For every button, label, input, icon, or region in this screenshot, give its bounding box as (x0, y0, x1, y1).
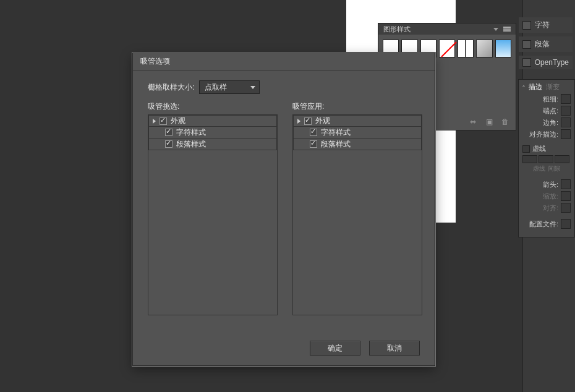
raster-sample-dropdown[interactable]: 点取样 (199, 80, 260, 94)
dash-input[interactable] (522, 155, 537, 163)
ok-button[interactable]: 确定 (310, 341, 360, 356)
stroke-align-label: 对齐描边: (522, 130, 558, 139)
checkbox[interactable] (165, 140, 172, 148)
alignarrow-select[interactable] (561, 203, 571, 213)
checkbox[interactable] (310, 140, 317, 148)
paragraph-icon (522, 40, 531, 49)
style-swatch[interactable] (495, 40, 511, 58)
picks-title: 吸管挑选: (148, 101, 278, 112)
scale-input[interactable] (561, 191, 571, 201)
tree-label: 段落样式 (176, 139, 206, 150)
right-dock: 字符 段落 OpenType ◦ 描边 渐变 粗细: 端点: 边角: 对齐描边:… (522, 0, 575, 392)
panel-collapse-icon[interactable] (493, 28, 498, 31)
expand-arrow-icon[interactable] (297, 119, 300, 124)
eyedropper-options-dialog: 吸管选项 栅格取样大小: 点取样 吸管挑选: 外观 (132, 53, 435, 366)
tree-row[interactable]: 外观 (293, 115, 422, 127)
checkbox[interactable] (165, 129, 172, 136)
new-style-icon[interactable]: ▣ (485, 117, 493, 126)
stroke-corner-label: 边角: (522, 118, 558, 127)
dash-input[interactable] (539, 155, 553, 163)
panel-label: 字符 (535, 20, 550, 30)
stroke-weight-label: 粗细: (522, 95, 558, 104)
collapsed-panel-opentype[interactable]: OpenType (519, 56, 573, 69)
raster-sample-value: 点取样 (205, 82, 227, 93)
tree-label: 外观 (171, 116, 185, 126)
panel-label: OpenType (535, 58, 569, 67)
tree-label: 字符样式 (176, 127, 206, 138)
stroke-cap-label: 端点: (522, 106, 558, 116)
alignarrow-label: 对齐: (522, 203, 558, 213)
scale-label: 缩放: (522, 192, 558, 201)
profile-label: 配置文件: (522, 219, 558, 229)
collapsed-panel-character[interactable]: 字符 (519, 17, 573, 33)
character-icon (522, 21, 531, 30)
checkbox[interactable] (160, 117, 167, 125)
dashed-label: 虚线 (532, 144, 546, 153)
graphic-styles-footer: ⇔ ▣ 🗑 (469, 117, 509, 126)
style-swatch[interactable] (458, 40, 474, 58)
panel-menu-icon[interactable] (503, 28, 511, 30)
stroke-align-select[interactable] (561, 129, 571, 139)
stroke-cap-select[interactable] (561, 106, 571, 116)
tab-stroke[interactable]: 描边 (529, 82, 542, 92)
style-swatch[interactable] (476, 40, 492, 58)
stroke-panel: ◦ 描边 渐变 粗细: 端点: 边角: 对齐描边: 虚线 虚线间隙 箭头: 缩放… (518, 79, 575, 237)
dashed-checkbox[interactable] (522, 145, 530, 153)
raster-sample-label: 栅格取样大小: (148, 82, 194, 93)
arrow-label: 箭头: (522, 180, 558, 189)
expand-arrow-icon[interactable] (153, 119, 156, 124)
panel-label: 段落 (535, 39, 550, 49)
dialog-title: 吸管选项 (133, 53, 435, 70)
tree-row[interactable]: 外观 (148, 115, 277, 127)
tree-row[interactable]: 段落样式 (148, 138, 277, 150)
tree-row[interactable]: 字符样式 (293, 127, 422, 138)
profile-select[interactable] (561, 219, 571, 229)
stroke-corner-select[interactable] (561, 117, 571, 127)
link-icon[interactable]: ⇔ (469, 117, 477, 126)
checkbox[interactable] (304, 117, 312, 125)
apply-title: 吸管应用: (292, 101, 422, 112)
dash-input[interactable] (555, 155, 569, 163)
style-swatch-none[interactable] (439, 40, 455, 58)
collapsed-panel-paragraph[interactable]: 段落 (519, 36, 573, 52)
graphic-styles-titlebar[interactable]: 图形样式 (378, 23, 516, 35)
tree-label: 段落样式 (321, 139, 351, 150)
dash-sublabel: 虚线 (533, 164, 545, 173)
tree-label: 字符样式 (321, 127, 351, 138)
dash-sublabel: 间隙 (548, 164, 560, 173)
cancel-button[interactable]: 取消 (369, 341, 420, 356)
tab-gradient[interactable]: 渐变 (546, 82, 560, 92)
trash-icon[interactable]: 🗑 (501, 117, 509, 126)
tree-label: 外观 (315, 116, 330, 126)
picks-tree: 外观 字符样式 段落样式 (148, 114, 278, 315)
opentype-icon (522, 58, 531, 67)
tree-row[interactable]: 段落样式 (293, 138, 422, 150)
chevron-down-icon (250, 86, 255, 89)
apply-tree: 外观 字符样式 段落样式 (292, 114, 422, 315)
arrow-select[interactable] (561, 179, 571, 189)
checkbox[interactable] (310, 129, 317, 136)
tree-row[interactable]: 字符样式 (148, 127, 277, 138)
stroke-weight-input[interactable] (561, 94, 571, 104)
graphic-styles-title: 图形样式 (383, 25, 411, 34)
